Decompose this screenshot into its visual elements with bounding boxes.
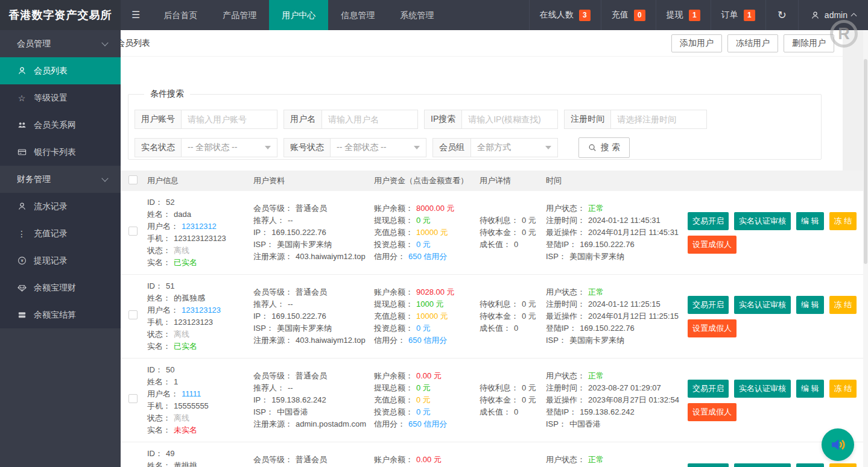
field-line: 登陆IP：169.150.222.76 [546, 239, 688, 251]
sidebar-item[interactable]: 流水记录 [0, 193, 121, 220]
top-menu-item[interactable]: 信息管理 [328, 0, 387, 30]
topbar-stat[interactable]: 充值0 [601, 0, 656, 30]
username-value[interactable]: 12312312 [182, 222, 217, 231]
search-input[interactable] [322, 110, 418, 129]
username-value[interactable]: 123123123 [182, 306, 221, 315]
realname-review-button[interactable]: 实名认证审核 [734, 380, 791, 398]
sidebar-item[interactable]: ¥提现记录 [0, 247, 121, 274]
sidebar-item[interactable]: 会员列表 [0, 57, 121, 84]
invest-value[interactable]: 0 元 [416, 407, 431, 416]
freeze-button[interactable]: 冻 结 [829, 212, 857, 230]
select-all-checkbox[interactable] [128, 175, 138, 184]
field-label: 待收本金： [480, 312, 519, 321]
realname-review-button[interactable]: 实名认证审核 [734, 463, 791, 467]
trade-toggle-button[interactable]: 交易开启 [688, 296, 729, 314]
status-value: 正常 [588, 455, 604, 464]
top-menu-item[interactable]: 系统管理 [387, 0, 446, 30]
row-actions: 交易开启实名认证审核编 辑冻 结设置成假人 [688, 463, 863, 467]
row-actions-cell: 交易开启实名认证审核编 辑冻 结设置成假人 [688, 380, 868, 421]
realname-review-button[interactable]: 实名认证审核 [734, 296, 791, 314]
search-select[interactable]: 全部方式 [470, 138, 558, 157]
balance-value[interactable]: 0.00 元 [416, 371, 442, 380]
topbar-stat[interactable]: 提现1 [656, 0, 711, 30]
sidebar-toggle-button[interactable]: ☰ [121, 0, 151, 30]
field-line: 姓名：dada [147, 208, 253, 221]
freeze-button[interactable]: 冻 结 [829, 463, 857, 467]
search-button[interactable]: 搜 索 [578, 137, 630, 158]
realname-review-button[interactable]: 实名认证审核 [734, 212, 791, 230]
ip-value: 159.138.62.242 [271, 395, 326, 404]
row-checkbox[interactable] [128, 310, 138, 319]
field-label: 登陆IP： [546, 240, 577, 249]
scrollbar-thumb[interactable] [864, 59, 867, 264]
credit-value[interactable]: 650 信用分 [408, 336, 447, 345]
row-checkbox[interactable] [128, 227, 138, 236]
username-value[interactable]: 11111 [182, 389, 201, 398]
top-menu-item[interactable]: 用户中心 [269, 0, 328, 30]
trade-toggle-button[interactable]: 交易开启 [688, 463, 729, 467]
row-actions-cell: 交易开启实名认证审核编 辑冻 结设置成假人 [688, 212, 868, 254]
field-line: 最近操作：2023年08月27日 01:32:54 [546, 394, 688, 406]
chevron-down-icon [265, 146, 271, 149]
search-input[interactable] [610, 110, 707, 129]
top-menu-item[interactable]: 后台首页 [151, 0, 210, 30]
top-menu-item[interactable]: 产品管理 [210, 0, 269, 30]
search-select[interactable]: -- 全部状态 -- [181, 138, 277, 157]
freeze-button[interactable]: 冻 结 [829, 380, 857, 398]
credit-value[interactable]: 650 信用分 [408, 419, 447, 428]
topbar-stat[interactable]: 在线人数3 [529, 0, 601, 30]
search-input[interactable] [461, 110, 558, 129]
sidebar-group-0[interactable]: 会员管理 [0, 30, 121, 57]
sound-notification-button[interactable] [822, 428, 854, 461]
field-line: 会员等级：普通会员 [253, 370, 374, 382]
field-label: 提现总额： [374, 383, 413, 392]
recharge-value[interactable]: 10000 元 [416, 312, 448, 321]
sidebar-group-1[interactable]: 财务管理 [0, 166, 121, 193]
invest-value[interactable]: 0 元 [416, 240, 431, 249]
field-line: 成长值：0 [480, 322, 546, 334]
recharge-value[interactable]: 10000 元 [416, 228, 448, 237]
trade-toggle-button[interactable]: 交易开启 [688, 380, 729, 398]
refresh-button[interactable]: ↻ [765, 0, 798, 30]
sidebar-item[interactable]: 余额宝理财 [0, 274, 121, 301]
edit-button[interactable]: 编 辑 [796, 212, 824, 230]
sidebar-item[interactable]: ☆等级设置 [0, 84, 121, 111]
vertical-scrollbar[interactable] [863, 30, 868, 467]
table-body: ID：52姓名：dada用户名：12312312手机：123123123123状… [121, 191, 868, 467]
withdraw-value[interactable]: 0 元 [416, 383, 431, 392]
sidebar-item-label: 提现记录 [34, 255, 68, 266]
field-label: 注册来源： [253, 419, 293, 428]
balance-value[interactable]: 0.00 元 [416, 455, 442, 464]
sidebar-item[interactable]: 银行卡列表 [0, 139, 121, 166]
topbar-stat[interactable]: 订单1 [711, 0, 765, 30]
svg-text:¥: ¥ [21, 258, 24, 263]
sidebar-item[interactable]: 余额宝结算 [0, 301, 121, 328]
search-select[interactable]: -- 全部状态 -- [330, 138, 426, 157]
header-button[interactable]: 冻结用户 [727, 34, 778, 52]
balance-value[interactable]: 9028.00 元 [416, 287, 455, 296]
set-fake-user-button[interactable]: 设置成假人 [688, 236, 737, 254]
set-fake-user-button[interactable]: 设置成假人 [688, 319, 737, 337]
field-line: 信用分：650 信用分 [374, 334, 480, 346]
user-detail-cell: 待收利息：0 元待收本金：0 元成长值：0 [480, 298, 546, 334]
header-button[interactable]: 添加用户 [671, 34, 722, 52]
credit-value[interactable]: 650 信用分 [408, 252, 447, 261]
edit-button[interactable]: 编 辑 [796, 463, 824, 467]
status-value: 离线 [174, 246, 189, 255]
sidebar-item[interactable]: ⋮充值记录 [0, 220, 121, 247]
balance-value[interactable]: 8000.00 元 [416, 204, 455, 213]
edit-button[interactable]: 编 辑 [796, 380, 824, 398]
edit-button[interactable]: 编 辑 [796, 296, 824, 314]
search-input[interactable] [181, 110, 277, 129]
set-fake-user-button[interactable]: 设置成假人 [688, 403, 737, 421]
row-checkbox[interactable] [128, 394, 138, 403]
invest-value[interactable]: 0 元 [416, 324, 431, 333]
sidebar-item[interactable]: 会员关系网 [0, 111, 121, 139]
withdraw-value[interactable]: 1000 元 [416, 299, 444, 309]
header-button[interactable]: 删除用户 [784, 34, 834, 52]
trade-toggle-button[interactable]: 交易开启 [688, 212, 729, 230]
freeze-button[interactable]: 冻 结 [829, 296, 857, 314]
search-select-value: -- 全部状态 -- [337, 142, 386, 153]
recharge-value[interactable]: 0 元 [416, 395, 431, 404]
withdraw-value[interactable]: 0 元 [416, 216, 431, 225]
